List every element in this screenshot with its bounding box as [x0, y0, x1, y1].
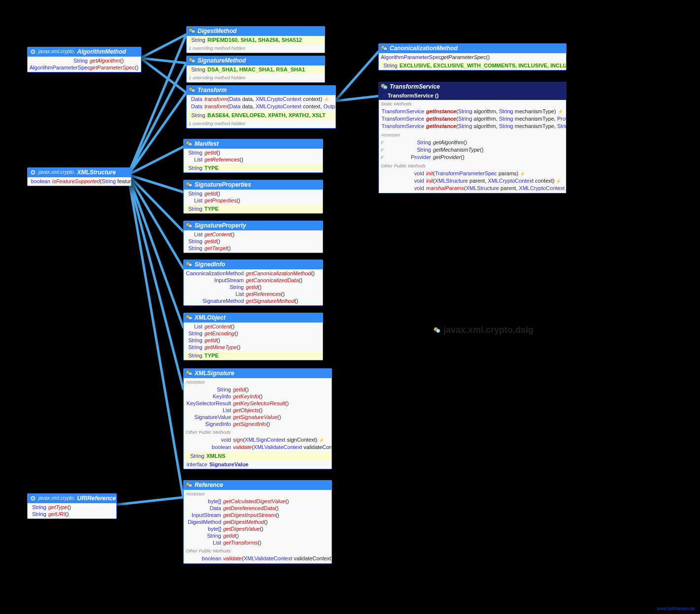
constants-section: StringXMLNS — [184, 452, 332, 460]
return-type: String — [186, 352, 202, 359]
member-name: getCanonicalizationMethod — [246, 270, 311, 277]
member-args: () — [285, 498, 289, 505]
return-type: AlgorithmParameterSpec — [381, 54, 439, 61]
member-row: StringgetId () — [186, 284, 321, 291]
class-box-SignatureProperty[interactable]: dsigSignaturePropertyListgetContent ()St… — [183, 221, 323, 253]
members-section: 1 overriding method hidden — [187, 120, 335, 128]
class-box-SignatureProperties[interactable]: dsigSignaturePropertiesStringgetId ()Lis… — [183, 180, 323, 214]
member-name: getSignatureMethod — [246, 297, 295, 304]
member-args: () — [235, 532, 238, 539]
class-box-AlgorithmMethod[interactable]: javax.xml.crypto.AlgorithmMethodStringge… — [27, 47, 141, 72]
svg-text:dsig: dsig — [188, 318, 192, 321]
return-type: List — [186, 323, 202, 330]
members-section: FStringgetAlgorithm ()FStringgetMechanis… — [379, 138, 566, 162]
member-row: AlgorithmParameterSpecgetParameterSpec (… — [381, 54, 564, 61]
class-header: dsigSignatureMethod — [187, 56, 325, 65]
return-type: List — [186, 197, 202, 204]
return-type: List — [186, 231, 202, 238]
return-type: void — [381, 177, 424, 184]
member-name: transform — [204, 103, 227, 110]
member-row: ListgetTransforms () — [186, 539, 330, 546]
member-name: getTransforms — [223, 539, 258, 546]
class-name: DigestMethod — [198, 28, 236, 34]
member-args: () — [216, 149, 220, 156]
constant-names: TYPE — [204, 352, 219, 359]
member-row: FStringgetAlgorithm () — [381, 139, 564, 146]
constant-names: DSA_SHA1, HMAC_SHA1, RSA_SHA1 — [207, 66, 305, 73]
member-name: getAlgorithm — [90, 57, 120, 64]
member-args: () — [216, 238, 220, 245]
members-section: #TransformService () — [379, 92, 566, 100]
hidden-note-row: 1 overriding method hidden — [189, 74, 323, 81]
member-row: booleanvalidate (XMLValidateContext vali… — [186, 444, 330, 451]
class-box-URIReference[interactable]: javax.xml.crypto.URIReferenceStringgetTy… — [27, 493, 117, 519]
class-box-CanonicalizationMethod[interactable]: dsigCanonicalizationMethodAlgorithmParam… — [378, 43, 567, 70]
class-name: Transform — [198, 87, 227, 94]
section-label: Other Public Methods — [184, 547, 332, 554]
class-box-XMLObject[interactable]: dsigXMLObjectListgetContent ()StringgetE… — [183, 313, 323, 360]
svg-line-8 — [128, 147, 183, 175]
svg-line-2 — [140, 58, 186, 93]
dsig-icon: dsig — [186, 482, 193, 488]
return-type: CanonicalizationMethod — [186, 270, 244, 277]
member-name: getSignedInfo — [233, 420, 267, 427]
member-row: KeyInfogetKeyInfo () — [186, 393, 330, 400]
hidden-note: 1 overriding method hidden — [189, 74, 245, 81]
class-box-XMLSignature[interactable]: dsigXMLSignatureAccessorStringgetId ()Ke… — [183, 368, 332, 469]
member-name: getId — [204, 238, 216, 245]
constant-names: TYPE — [204, 164, 219, 171]
member-row: StringgetMimeType () — [186, 344, 321, 351]
class-box-Reference[interactable]: dsigReferenceAccessorbyte[]getCalculated… — [183, 480, 332, 564]
member-name: getMechanismType — [433, 146, 480, 153]
members-section: interfaceSignatureValue — [184, 460, 332, 469]
section-label: Accessor — [379, 131, 566, 138]
class-box-Manifest[interactable]: dsigManifestStringgetId ()ListgetReferen… — [183, 139, 323, 173]
member-name: isFeatureSupported — [52, 178, 100, 185]
svg-line-3 — [335, 52, 378, 101]
member-row: StringRIPEMD160, SHA1, SHA256, SHA512 — [189, 36, 323, 43]
members-section: booleanvalidate (XMLValidateContext vali… — [184, 554, 332, 563]
credit-link[interactable]: www.falkhausen.de — [657, 606, 695, 611]
dsig-icon: dsig — [189, 28, 196, 34]
member-name: getEncoding — [204, 330, 234, 337]
member-args: (String algorithm, String mechanismType,… — [456, 115, 567, 122]
member-name: getId — [223, 532, 235, 539]
member-name: validate — [233, 444, 252, 451]
svg-text:dsig: dsig — [188, 226, 192, 228]
class-box-SignatureMethod[interactable]: dsigSignatureMethodStringDSA_SHA1, HMAC_… — [186, 56, 325, 83]
return-type: String — [186, 386, 231, 393]
class-header: dsigSignatureProperty — [184, 221, 323, 230]
member-args: (TransformParameterSpec params) — [433, 170, 518, 177]
member-args: () — [275, 505, 278, 512]
class-box-TransformService[interactable]: dsigTransformService#TransformService ()… — [378, 82, 567, 194]
svg-text:dsig: dsig — [188, 374, 192, 376]
return-type: String — [186, 284, 244, 291]
member-row: ListgetProperties () — [186, 197, 321, 204]
class-header: dsigTransform — [187, 86, 335, 95]
class-box-XMLStructure[interactable]: javax.xml.crypto.XMLStructurebooleanisFe… — [27, 167, 132, 186]
return-type: String — [388, 139, 431, 146]
member-args: (XMLValidateContext validateContext) — [242, 555, 332, 562]
svg-text:dsig: dsig — [188, 185, 192, 188]
modifier-mark: F — [381, 139, 388, 146]
member-name: getAlgorithm — [433, 139, 464, 146]
class-box-SignedInfo[interactable]: dsigSignedInfoCanonicalizationMethodgetC… — [183, 259, 323, 306]
svg-point-53 — [32, 497, 34, 500]
members-section: StringgetType ()StringgetURI () — [28, 503, 116, 518]
member-name: getId — [246, 284, 258, 291]
dsig-icon: dsig — [189, 87, 196, 94]
class-box-DigestMethod[interactable]: dsigDigestMethodStringRIPEMD160, SHA1, S… — [186, 26, 325, 53]
section-label: Accessor — [184, 378, 332, 386]
member-row: voidinit (TransformParameterSpec params)… — [381, 170, 564, 177]
throws-icon: ⚡ — [556, 178, 561, 185]
hidden-note: 1 overriding method hidden — [189, 120, 245, 127]
modifier-mark: F — [381, 147, 388, 154]
member-name: getKeyInfo — [233, 393, 259, 400]
section-label: Accessor — [184, 490, 332, 497]
class-box-Transform[interactable]: dsigTransformDatatransform (Data data, X… — [186, 85, 336, 129]
members-section: byte[]getCalculatedDigestValue ()Dataget… — [184, 497, 332, 547]
svg-text:dsig: dsig — [191, 32, 195, 34]
member-row: StringgetEncoding () — [186, 330, 321, 337]
interface-icon — [30, 169, 36, 176]
member-row: StringBASE64, ENVELOPED, XPATH, XPATH2, … — [189, 112, 333, 119]
